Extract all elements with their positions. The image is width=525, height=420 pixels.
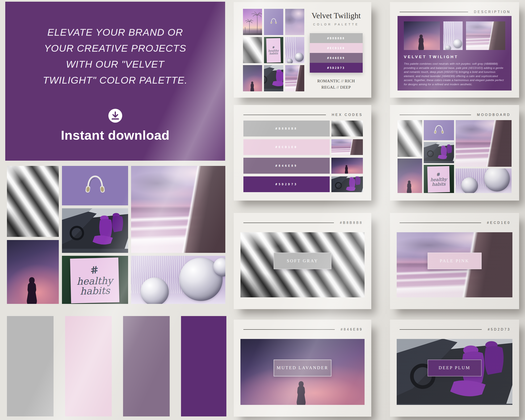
header-rule bbox=[244, 115, 326, 115]
hex-label: #5D2D73 bbox=[275, 183, 298, 186]
photo-headphones bbox=[424, 120, 454, 140]
promo-banner: ELEVATE YOUR BRAND OR YOUR CREATIVE PROJ… bbox=[5, 2, 225, 161]
product-gallery-image: ELEVATE YOUR BRAND OR YOUR CREATIVE PROJ… bbox=[0, 0, 525, 420]
header-rule bbox=[400, 12, 468, 12]
color-name-box: SOFT GRAY bbox=[274, 253, 332, 269]
palette-swatch-stack: #B8B8B8 #ECD1E0 #846E89 #5D2D73 bbox=[310, 33, 363, 73]
hex-bar: #5D2D73 bbox=[244, 176, 330, 192]
photo-car-interior bbox=[331, 176, 363, 192]
swatch-pale-pink bbox=[65, 316, 112, 416]
moodboard-grid: #healthyhabits bbox=[398, 120, 512, 193]
download-icon bbox=[108, 109, 122, 123]
palette-tagline: ROMANTIC // RICH REGAL // DEEP bbox=[317, 78, 355, 91]
swatch-deep-plum bbox=[181, 316, 226, 416]
photo-beach bbox=[456, 120, 512, 167]
swatch-muted-lavander bbox=[123, 316, 170, 416]
photo-bw-shoulder bbox=[243, 37, 262, 63]
photo-silhouette bbox=[404, 21, 440, 50]
photo-healthy-habits-sign: #healthyhabits bbox=[424, 165, 454, 193]
color-name-label: MUTED LAVANDER bbox=[277, 365, 328, 371]
card-moodboard: MOODBOARD #healthyhabits bbox=[390, 105, 519, 201]
hex-label: #B8B8B8 bbox=[275, 127, 298, 130]
header-rule bbox=[400, 115, 471, 115]
swatch-soft-gray bbox=[7, 316, 54, 416]
photo-bw-shoulder bbox=[398, 120, 422, 157]
color-name-label: PALE PINK bbox=[440, 258, 469, 263]
photo-palm-trees bbox=[243, 9, 262, 35]
description-panel: VELVET TWILIGHT This palette combines co… bbox=[398, 16, 512, 91]
photo-car-interior bbox=[264, 65, 283, 91]
swatch-row: #5D2D73 bbox=[310, 63, 363, 73]
palette-subtitle: COLOR PALETTE bbox=[313, 23, 359, 26]
header-label: HEX CODES bbox=[332, 113, 363, 117]
hex-label: #ECD1E0 bbox=[275, 145, 298, 149]
hex-row: #5D2D73 bbox=[244, 176, 363, 192]
photo-silhouette bbox=[7, 240, 59, 304]
photo-healthy-habits-sign: #healthyhabits bbox=[62, 256, 128, 304]
card-header: MOODBOARD bbox=[400, 113, 511, 117]
photo-silhouette bbox=[331, 158, 363, 174]
photo-disco-balls bbox=[456, 168, 512, 193]
tagline-line: REGAL // DEEP bbox=[321, 85, 351, 89]
color-name-box: DEEP PLUM bbox=[428, 360, 481, 376]
header-rule bbox=[400, 223, 481, 223]
photo-silhouette bbox=[243, 65, 262, 91]
hex-row: #846E89 bbox=[244, 158, 363, 174]
instant-download-label: Instant download bbox=[61, 128, 170, 143]
photo-car-interior bbox=[424, 142, 454, 163]
tagline-line: ROMANTIC // RICH bbox=[317, 79, 355, 83]
headline-line: TWILIGHT" COLOR PALETTE. bbox=[43, 72, 188, 88]
hex-label: #B8B8B8 bbox=[327, 37, 345, 40]
photo-car-interior bbox=[62, 208, 128, 253]
photo-headphones bbox=[264, 9, 283, 35]
hex-label: #846E89 bbox=[275, 164, 298, 167]
photo-silhouette bbox=[398, 159, 422, 193]
header-label: #5D2D73 bbox=[488, 328, 511, 331]
hex-row: #B8B8B8 bbox=[244, 121, 363, 137]
card-deep-plum: #5D2D73 DEEP PLUM bbox=[390, 320, 519, 417]
healthy-habits-poster: #healthyhabits bbox=[70, 258, 119, 304]
swatch-row: #ECD1E0 bbox=[310, 43, 363, 53]
photo-disco-balls bbox=[131, 256, 225, 304]
card-muted-lavander: #846E89 MUTED LAVANDER bbox=[234, 320, 371, 417]
hex-label: #846E89 bbox=[327, 56, 345, 60]
hex-label: #ECD1E0 bbox=[327, 47, 345, 50]
header-rule bbox=[400, 329, 482, 330]
photo-beach bbox=[131, 166, 225, 253]
headline-line: ELEVATE YOUR BRAND OR bbox=[43, 24, 188, 40]
color-name-box: MUTED LAVANDER bbox=[274, 360, 332, 376]
color-name-label: SOFT GRAY bbox=[287, 258, 318, 263]
photo-beach bbox=[285, 65, 304, 91]
photo-headphones bbox=[62, 166, 128, 205]
description-body: This palette combines cool neutrals with… bbox=[404, 62, 505, 86]
headline-line: YOUR CREATIVE PROJECTS bbox=[43, 40, 188, 56]
photo-healthy-habits-sign: #healthyhabits bbox=[264, 37, 283, 63]
card-palette-cover: #healthyhabits Velvet Twilight COLOR PAL… bbox=[234, 2, 371, 98]
photo-beach bbox=[466, 21, 505, 50]
photo-disco-balls bbox=[285, 37, 304, 63]
header-label: #B8B8B8 bbox=[340, 221, 363, 225]
banner-headline: ELEVATE YOUR BRAND OR YOUR CREATIVE PROJ… bbox=[43, 24, 188, 88]
header-label: DESCRIPTION bbox=[474, 10, 511, 14]
header-label: #846E89 bbox=[341, 328, 363, 331]
hex-rows: #B8B8B8 #ECD1E0 #846E89 #5D2D73 bbox=[244, 121, 363, 192]
cover-mini-moodboard: #healthyhabits bbox=[243, 9, 304, 91]
photo-bw-shoulder bbox=[7, 166, 59, 237]
swatch-row: #B8B8B8 bbox=[310, 33, 363, 43]
card-hex-codes: HEX CODES #B8B8B8 #ECD1E0 #846E89 #5D2D7… bbox=[234, 105, 371, 201]
card-header: DESCRIPTION bbox=[400, 10, 511, 14]
header-label: #ECD1E0 bbox=[487, 221, 511, 225]
photo-beach bbox=[331, 139, 363, 155]
header-rule bbox=[244, 329, 335, 330]
card-soft-gray: #B8B8B8 SOFT GRAY bbox=[234, 213, 371, 309]
headline-line: WITH OUR "VELVET bbox=[43, 56, 188, 72]
palette-title: Velvet Twilight bbox=[311, 11, 361, 20]
card-header: HEX CODES bbox=[244, 113, 363, 117]
card-description: DESCRIPTION VELVET TWILIGHT This palette… bbox=[390, 2, 519, 98]
photo-disco-balls bbox=[443, 21, 463, 50]
header-label: MOODBOARD bbox=[477, 113, 511, 117]
color-name-box: PALE PINK bbox=[428, 253, 481, 269]
hex-row: #ECD1E0 bbox=[244, 139, 363, 155]
photo-purple-sky bbox=[285, 9, 304, 35]
hex-bar: #ECD1E0 bbox=[244, 139, 330, 155]
